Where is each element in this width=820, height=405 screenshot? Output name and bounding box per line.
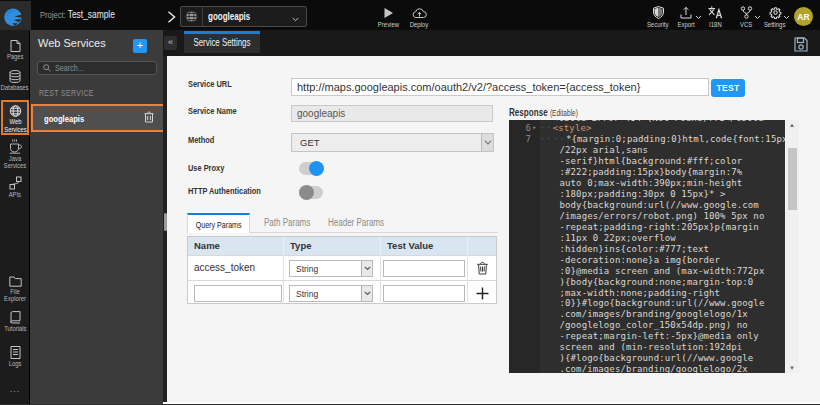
query-params-table: Name Type Test Value access_token String — [187, 236, 497, 304]
column-header-name: Name — [188, 237, 284, 255]
toolbar-action-label: Export — [677, 21, 694, 28]
table-cell-type: String — [284, 256, 381, 280]
sidebar-item-web-services[interactable]: Web Services — [1, 100, 29, 135]
table-cell-type: String — [284, 281, 381, 305]
chevron-down-icon-svg — [292, 17, 299, 22]
sidebar-item-apis[interactable]: APIs — [0, 176, 30, 198]
table-cell-test-value — [381, 256, 468, 280]
code-wrapped-row: .com/images/branding/googlelogo/2x — [509, 364, 785, 373]
param-test-value-input[interactable] — [383, 260, 465, 277]
service-url-input[interactable] — [291, 78, 709, 96]
sidebar-item-label: Web Services — [4, 118, 26, 133]
sidebar-item-label: Pages — [7, 53, 24, 60]
chevron-down-icon — [292, 8, 299, 26]
code-text: :0}}#logo{background:url(//www.google — [560, 298, 765, 309]
http-auth-label: HTTP Authentication — [188, 185, 261, 196]
code-wrapped-row: :180px;padding:30px 0 15px}* > — [509, 189, 785, 200]
code-wrapped-row: :0}}#logo{background:url(//www.google — [509, 298, 785, 309]
code-line: 7····*{margin:0;padding:0}html,code{font… — [509, 134, 785, 145]
sidebar-item-pages[interactable]: Pages — [0, 40, 30, 60]
column-header-actions — [468, 237, 496, 255]
sidebar-item-java-services[interactable]: Java Services — [0, 139, 30, 170]
chevron-down-icon-svg — [484, 140, 492, 145]
sidebar-item-tutorials[interactable]: Tutorials — [0, 311, 30, 332]
fold-arrow-icon[interactable]: ▾ — [532, 123, 536, 134]
method-select[interactable]: GET — [291, 133, 494, 152]
gear-icon — [769, 5, 782, 19]
new-param-name-input[interactable] — [194, 285, 282, 302]
add-service-button[interactable]: + — [133, 39, 147, 53]
sidebar-more-button[interactable]: ... — [0, 384, 30, 394]
deploy-button[interactable]: Deploy — [402, 5, 436, 28]
code-wrapped-row: -repeat;padding-right:205px}p{margin — [509, 222, 785, 233]
new-param-type-select[interactable]: String — [289, 285, 373, 302]
code-text: /googlelogo_color_150x54dp.png) no — [560, 320, 748, 331]
chevron-down-icon — [361, 286, 372, 301]
code-text: body{background:url(//www.google.com — [560, 200, 759, 211]
tab-header-params[interactable]: Header Params — [328, 217, 384, 228]
tab-query-params[interactable]: Query Params — [187, 213, 250, 233]
param-type-select[interactable]: String — [289, 260, 373, 277]
scroll-up-arrow[interactable]: ▲ — [786, 122, 798, 128]
scroll-down-arrow[interactable]: ▼ — [786, 365, 798, 371]
gear-icon-svg — [769, 6, 782, 19]
tab-service-settings[interactable]: Service Settings — [184, 31, 260, 53]
tab-path-params[interactable]: Path Params — [264, 217, 310, 228]
code-wrapped-row: /googlelogo_color_150x54dp.png) no — [509, 320, 785, 331]
code-text: /images/errors/robot.png) 100% 5px no — [560, 211, 765, 222]
line-number: 7 — [509, 134, 531, 145]
scrollbar-thumb[interactable] — [788, 148, 797, 210]
response-code-editor[interactable]: ··<title>Error 404 (Not Found)!!1</title… — [509, 120, 785, 373]
table-row-new: String — [188, 280, 496, 305]
code-text: -repeat;padding-right:205px}p{margin — [560, 222, 759, 233]
search-box[interactable]: Search... — [37, 61, 157, 75]
table-cell-actions — [468, 256, 496, 280]
shield-icon — [653, 5, 664, 19]
table-row: access_token String — [188, 255, 496, 280]
code-wrapped-row: -repeat;margin-left:-5px}@media only — [509, 331, 785, 342]
delete-service-icon[interactable] — [144, 109, 154, 127]
app-logo[interactable] — [0, 1, 31, 30]
code-text: -repeat;margin-left:-5px}@media only — [560, 331, 759, 342]
code-text: ){#logo{background:url(//www.google — [560, 353, 754, 364]
collapse-panel-button[interactable]: « — [164, 36, 177, 50]
http-auth-toggle[interactable] — [299, 186, 323, 199]
use-proxy-toggle[interactable] — [299, 162, 323, 175]
sidebar-item-databases[interactable]: Databases — [0, 70, 30, 91]
user-avatar[interactable]: AR — [794, 7, 813, 26]
code-wrapped-row: :0}@media screen and (max-width:772px — [509, 266, 785, 277]
sidebar-item-file-explorer[interactable]: File Explorer — [0, 276, 30, 303]
code-wrapped-row: /images/errors/robot.png) 100% 5px no — [509, 211, 785, 222]
service-list-item-googleapis[interactable]: googleapis — [31, 104, 166, 132]
chevron-down-icon — [481, 134, 493, 151]
web-services-panel — [30, 30, 163, 405]
service-name-input[interactable] — [291, 105, 493, 122]
toggle-knob — [299, 185, 314, 200]
code-wrapped-row: auto 0;max-width:390px;min-height — [509, 178, 785, 189]
coffee-cup-icon — [9, 139, 22, 154]
preview-button[interactable]: Preview — [371, 5, 405, 28]
sidebar-item-logs[interactable]: Logs — [0, 346, 30, 367]
panel-resize-handle[interactable] — [164, 213, 167, 231]
search-placeholder: Search... — [55, 63, 84, 73]
export-icon-svg — [680, 6, 692, 19]
toolbar-action-label: I18N — [709, 21, 722, 28]
editor-scrollbar[interactable]: ▲ ▼ — [786, 120, 799, 373]
delete-row-icon[interactable] — [468, 256, 496, 280]
code-wrapped-row: -serif}html{background:#fff;color — [509, 156, 785, 167]
code-text: ;max-width:none;padding-right — [560, 288, 721, 299]
new-param-test-value-input[interactable] — [383, 285, 465, 302]
toggle-knob — [309, 161, 324, 176]
save-button[interactable] — [794, 37, 808, 52]
service-selector-dropdown[interactable]: googleapis — [180, 6, 307, 27]
add-row-icon[interactable] — [468, 281, 496, 305]
response-editable-label: (Editable) — [550, 108, 578, 118]
i18n-button[interactable]: I18N — [698, 5, 732, 28]
code-wrapped-row: -decoration:none}a img{border — [509, 255, 785, 266]
table-header-row: Name Type Test Value — [188, 237, 496, 255]
test-button[interactable]: TEST — [711, 79, 745, 97]
globe-icon — [181, 7, 203, 26]
globe-icon-svg — [185, 10, 198, 23]
top-bar: Project: Test_sample googleapis Preview — [0, 0, 820, 30]
method-select-value: GET — [292, 137, 481, 148]
